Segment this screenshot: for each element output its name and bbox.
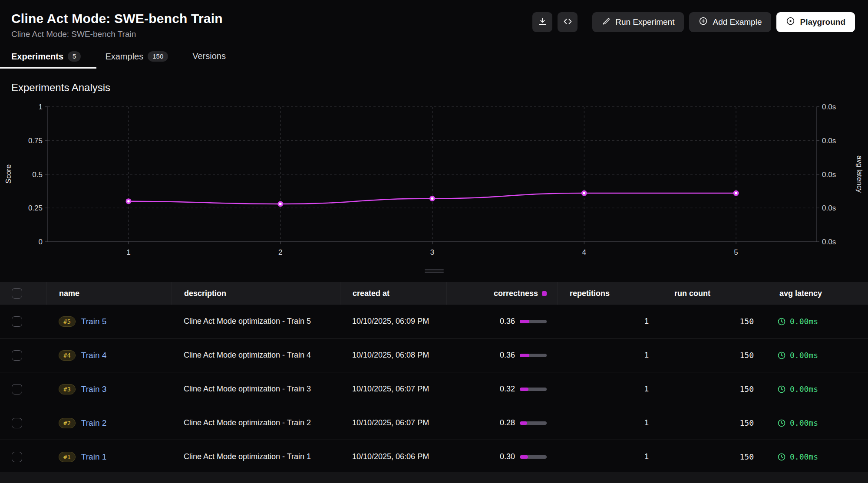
svg-text:0: 0 — [39, 238, 43, 246]
run-experiment-label: Run Experiment — [615, 17, 674, 27]
row-checkbox-cell — [0, 418, 46, 428]
repetitions-cell: 1 — [557, 452, 662, 461]
download-icon — [538, 16, 548, 28]
row-checkbox[interactable] — [12, 350, 22, 361]
code-button[interactable] — [558, 12, 578, 32]
rank-badge: #3 — [59, 384, 76, 394]
row-checkbox[interactable] — [12, 418, 22, 428]
name-cell: #4 Train 4 — [46, 350, 172, 361]
page-header: Cline Act Mode: SWE-bench Train Cline Ac… — [0, 0, 868, 39]
clock-icon — [777, 385, 786, 394]
experiments-chart: 10.0s0.750.0s0.50.0s0.250.0s00.0s12345 S… — [0, 100, 868, 260]
tab-examples-label: Examples — [105, 52, 143, 62]
tab-examples-badge: 150 — [148, 51, 168, 62]
correctness-value: 0.32 — [500, 384, 515, 394]
column-header-description: description — [172, 282, 340, 305]
table-row[interactable]: #4 Train 4 Cline Act Mode optimization -… — [0, 338, 868, 372]
svg-text:0.0s: 0.0s — [822, 238, 836, 246]
created-at-cell: 10/10/2025, 06:07 PM — [340, 417, 446, 428]
description-cell: Cline Act Mode optimization - Train 2 — [172, 417, 340, 428]
clock-icon — [777, 351, 786, 360]
correctness-bar — [520, 320, 547, 323]
name-cell: #5 Train 5 — [46, 316, 172, 327]
select-all-checkbox[interactable] — [12, 288, 22, 299]
run-count-cell: 150 — [662, 452, 767, 461]
latency-value: 0.00ms — [790, 351, 818, 360]
code-icon — [563, 16, 573, 28]
tab-bar: Experiments 5 Examples 150 Versions — [0, 49, 868, 69]
header-actions: Run Experiment Add Example Playground — [532, 12, 855, 32]
experiment-link[interactable]: Train 5 — [81, 317, 106, 326]
tab-examples[interactable]: Examples 150 — [105, 49, 168, 62]
created-at-cell: 10/10/2025, 06:07 PM — [340, 384, 446, 394]
resize-handle[interactable] — [425, 267, 444, 275]
avg-latency-cell: 0.00ms — [767, 384, 868, 394]
run-experiment-button[interactable]: Run Experiment — [592, 12, 684, 32]
row-checkbox[interactable] — [12, 384, 22, 394]
table-row[interactable]: #5 Train 5 Cline Act Mode optimization -… — [0, 305, 868, 338]
active-tab-underline — [0, 67, 96, 69]
row-checkbox[interactable] — [12, 452, 22, 462]
plus-circle-icon — [699, 16, 708, 28]
created-at-cell: 10/10/2025, 06:09 PM — [340, 316, 446, 326]
created-at-cell: 10/10/2025, 06:08 PM — [340, 350, 446, 360]
row-checkbox-cell — [0, 316, 46, 327]
name-cell: #2 Train 2 — [46, 418, 172, 428]
title-block: Cline Act Mode: SWE-bench Train Cline Ac… — [11, 11, 223, 39]
run-count-cell: 150 — [662, 384, 767, 394]
description-cell: Cline Act Mode optimization - Train 3 — [172, 384, 340, 394]
tab-versions-label: Versions — [192, 51, 226, 61]
tab-versions[interactable]: Versions — [192, 49, 226, 61]
row-checkbox-cell — [0, 384, 46, 394]
experiment-link[interactable]: Train 3 — [81, 384, 106, 394]
column-header-avg-latency: avg latency — [767, 282, 868, 305]
latency-value: 0.00ms — [790, 317, 818, 326]
experiment-link[interactable]: Train 2 — [81, 418, 106, 428]
column-header-correctness: correctness — [446, 282, 557, 305]
correctness-bar — [520, 388, 547, 391]
latency-value: 0.00ms — [790, 384, 818, 394]
row-checkbox-cell — [0, 350, 46, 361]
rank-badge: #4 — [59, 350, 76, 361]
table-header-row: name description created at correctness … — [0, 282, 868, 305]
svg-text:3: 3 — [430, 248, 434, 256]
add-example-button[interactable]: Add Example — [689, 12, 771, 32]
tab-experiments[interactable]: Experiments 5 — [11, 49, 81, 62]
correctness-header-label: correctness — [494, 289, 538, 298]
rank-badge: #1 — [59, 452, 76, 462]
playground-label: Playground — [800, 17, 845, 27]
experiment-link[interactable]: Train 4 — [81, 351, 106, 360]
play-circle-icon — [786, 16, 795, 28]
svg-text:0.0s: 0.0s — [822, 103, 836, 111]
latency-value: 0.00ms — [790, 452, 818, 461]
svg-text:0.0s: 0.0s — [822, 171, 836, 179]
correctness-value: 0.28 — [500, 418, 515, 427]
rank-badge: #5 — [59, 316, 76, 327]
correctness-bar — [520, 455, 547, 459]
correctness-bar — [520, 421, 547, 425]
latency-value: 0.00ms — [790, 418, 818, 427]
repetitions-cell: 1 — [557, 384, 662, 394]
playground-button[interactable]: Playground — [776, 12, 855, 32]
table-row[interactable]: #1 Train 1 Cline Act Mode optimization -… — [0, 440, 868, 474]
download-button[interactable] — [532, 12, 552, 32]
description-cell: Cline Act Mode optimization - Train 1 — [172, 451, 340, 462]
chart-table-divider — [0, 260, 868, 282]
correctness-value: 0.36 — [500, 317, 515, 326]
table-row[interactable]: #2 Train 2 Cline Act Mode optimization -… — [0, 406, 868, 440]
repetitions-cell: 1 — [557, 317, 662, 326]
svg-text:0.0s: 0.0s — [822, 204, 836, 212]
y-axis-label-right: avg latency — [855, 155, 864, 193]
run-count-cell: 150 — [662, 351, 767, 360]
table-row[interactable]: #3 Train 3 Cline Act Mode optimization -… — [0, 372, 868, 406]
experiment-link[interactable]: Train 1 — [81, 452, 106, 462]
pencil-icon — [602, 17, 611, 28]
svg-text:0.75: 0.75 — [28, 137, 43, 145]
row-checkbox[interactable] — [12, 316, 22, 327]
clock-icon — [777, 419, 786, 427]
row-checkbox-cell — [0, 452, 46, 462]
created-at-cell: 10/10/2025, 06:06 PM — [340, 451, 446, 462]
table-body: #5 Train 5 Cline Act Mode optimization -… — [0, 305, 868, 474]
correctness-value: 0.36 — [500, 351, 515, 360]
run-count-cell: 150 — [662, 317, 767, 326]
